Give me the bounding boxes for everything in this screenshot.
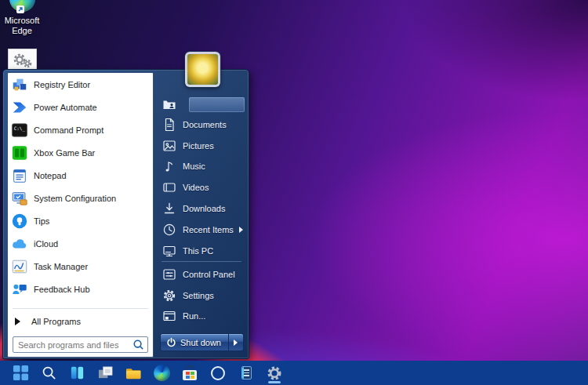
desktop: Microsoft Edge Registry Editor Power Aut… (0, 0, 588, 385)
menu-item-label: Documents (183, 120, 227, 129)
menu-item-recent-items[interactable]: Recent Items (155, 220, 249, 240)
shutdown-options-arrow-icon (234, 340, 238, 346)
search-icon (132, 339, 144, 350)
menu-item-label: Feedback Hub (34, 285, 90, 294)
search-box (13, 336, 148, 353)
start-menu: Registry Editor Power Automate C:\_ Comm… (2, 69, 249, 359)
phone-link-button[interactable] (237, 362, 256, 384)
menu-item-label: iCloud (34, 239, 58, 249)
task-manager-icon (10, 257, 29, 276)
svg-text:C:\_: C:\_ (14, 125, 26, 132)
search-input[interactable] (16, 340, 132, 350)
shutdown-options-button[interactable] (229, 333, 244, 351)
menu-item-label: Task Manager (34, 262, 88, 271)
menu-item-label: Music (183, 162, 205, 171)
menu-item-control-panel[interactable]: Control Panel (155, 264, 249, 285)
all-programs-button[interactable]: All Programs (8, 311, 153, 332)
menu-item-label: Notepad (34, 171, 67, 180)
menu-item-run[interactable]: Run... (155, 306, 249, 326)
menu-item-label: This PC (183, 246, 213, 256)
menu-item-system-configuration[interactable]: System Configuration (8, 187, 153, 209)
picture-icon (162, 139, 176, 153)
user-avatar[interactable] (185, 52, 220, 87)
search-icon (41, 365, 57, 381)
menu-item-label: Settings (183, 291, 214, 300)
all-programs-arrow-icon (15, 318, 20, 325)
start-button[interactable] (11, 362, 30, 384)
cortana-button[interactable] (209, 362, 227, 384)
menu-item-notepad[interactable]: Notepad (8, 164, 153, 187)
menu-item-label: Power Automate (34, 103, 97, 112)
store-button[interactable] (180, 362, 199, 384)
menu-item-label: System Configuration (34, 194, 116, 203)
monitor-icon (162, 244, 176, 258)
video-icon (162, 180, 176, 194)
shutdown-label: Shut down (180, 338, 221, 347)
tips-icon (10, 212, 29, 231)
xbox-game-bar-icon (10, 143, 29, 162)
sliders-icon (162, 267, 176, 281)
icloud-icon (10, 234, 29, 253)
menu-item-power-automate[interactable]: Power Automate (8, 96, 153, 118)
taskbar-search-button[interactable] (39, 362, 58, 384)
submenu-arrow-icon (239, 227, 243, 233)
menu-item-settings[interactable]: Settings (155, 285, 249, 306)
menu-item-label: Xbox Game Bar (34, 148, 95, 158)
download-arrow-icon (162, 202, 176, 216)
gear-icon (162, 289, 176, 303)
menu-item-command-prompt[interactable]: C:\_ Command Prompt (8, 118, 153, 141)
settings-button[interactable] (265, 362, 284, 384)
feedback-hub-icon (10, 280, 29, 299)
menu-item-documents[interactable]: Documents (155, 114, 249, 135)
menu-item-label: Videos (183, 183, 209, 192)
start-menu-programs-panel: Registry Editor Power Automate C:\_ Comm… (7, 72, 154, 358)
menu-item-xbox-game-bar[interactable]: Xbox Game Bar (8, 141, 153, 164)
menu-item-videos[interactable]: Videos (155, 177, 249, 198)
menu-item-user[interactable] (155, 94, 249, 114)
active-app-indicator (268, 381, 281, 383)
task-view-button[interactable] (67, 362, 86, 384)
places-separator (162, 261, 241, 262)
menu-item-label: Recent Items (183, 225, 234, 234)
registry-editor-icon (10, 75, 29, 94)
power-automate-icon (10, 98, 29, 117)
menu-item-label: Downloads (183, 204, 225, 213)
gears-icon (11, 52, 34, 69)
programs-separator (13, 308, 148, 309)
file-explorer-button[interactable] (124, 362, 143, 384)
shutdown-button[interactable]: Shut down (160, 333, 229, 351)
document-icon (162, 118, 176, 132)
task-view-icon (69, 365, 85, 381)
store-icon (183, 365, 197, 380)
run-window-icon (162, 309, 176, 323)
desktop-icon-gear-app[interactable] (8, 49, 37, 71)
windows-stack-button[interactable] (96, 362, 114, 384)
music-note-icon (162, 159, 176, 173)
user-name-field (189, 97, 245, 112)
menu-item-downloads[interactable]: Downloads (155, 198, 249, 219)
system-configuration-icon (10, 189, 29, 208)
menu-item-label: Run... (183, 311, 205, 321)
menu-item-label: Registry Editor (34, 80, 90, 89)
gear-icon (266, 365, 283, 382)
clock-icon (162, 223, 176, 237)
menu-item-label: Tips (34, 216, 49, 226)
menu-item-music[interactable]: Music (155, 156, 249, 176)
command-prompt-icon: C:\_ (10, 121, 29, 140)
menu-item-tips[interactable]: Tips (8, 209, 153, 232)
menu-item-feedback-hub[interactable]: Feedback Hub (8, 278, 153, 300)
menu-item-pictures[interactable]: Pictures (155, 136, 249, 156)
menu-item-label: Control Panel (183, 270, 235, 279)
shortcut-arrow-icon (16, 5, 24, 13)
all-programs-label: All Programs (31, 317, 81, 326)
menu-item-task-manager[interactable]: Task Manager (8, 255, 153, 278)
shutdown-control: Shut down (160, 333, 244, 351)
edge-button[interactable] (152, 362, 171, 384)
menu-item-registry-editor[interactable]: Registry Editor (8, 73, 153, 96)
menu-item-icloud[interactable]: iCloud (8, 232, 153, 255)
menu-item-label: Pictures (183, 141, 214, 151)
desktop-icon-microsoft-edge[interactable]: Microsoft Edge (0, 0, 44, 49)
notepad-icon (10, 166, 29, 185)
menu-item-label: Command Prompt (34, 125, 103, 135)
menu-item-this-pc[interactable]: This PC (155, 241, 249, 261)
